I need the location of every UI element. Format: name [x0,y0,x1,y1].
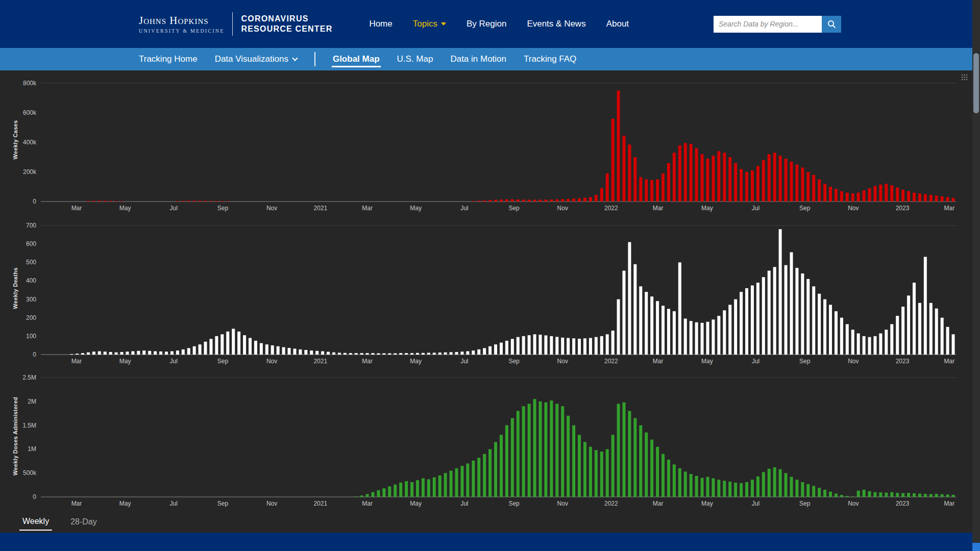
bar[interactable] [913,283,916,355]
bar[interactable] [204,342,207,355]
bar[interactable] [773,267,776,355]
bar[interactable] [226,201,229,202]
bar[interactable] [522,406,525,497]
bar[interactable] [863,490,866,497]
bar[interactable] [209,201,212,202]
bar[interactable] [220,334,224,355]
bar[interactable] [952,495,955,497]
bar[interactable] [338,353,341,355]
bar[interactable] [790,252,793,355]
bar[interactable] [583,338,586,355]
bar[interactable] [946,197,949,202]
bar[interactable] [818,488,821,497]
bar[interactable] [913,193,916,202]
bar[interactable] [405,353,408,355]
bar[interactable] [678,468,681,497]
bar[interactable] [617,404,620,497]
bar[interactable] [199,344,202,355]
bar[interactable] [220,201,224,202]
weekly-cases-plot[interactable]: 0200k400k600k800kMarMayJulSepNov2021MarM… [0,80,980,215]
bar[interactable] [728,305,731,355]
bar[interactable] [561,338,564,355]
bar[interactable] [505,341,508,355]
bar[interactable] [405,481,408,497]
bar[interactable] [321,351,324,355]
bar[interactable] [768,154,771,202]
bar[interactable] [589,338,592,355]
bar[interactable] [728,482,731,497]
bar[interactable] [92,352,95,355]
bar[interactable] [857,193,860,202]
bar[interactable] [706,159,709,202]
bar[interactable] [622,403,625,497]
bar[interactable] [740,169,743,202]
bar[interactable] [751,480,754,497]
bar[interactable] [723,153,726,202]
bar[interactable] [684,143,687,202]
bar[interactable] [829,305,832,355]
bar[interactable] [941,494,944,497]
bar[interactable] [477,349,480,355]
bar[interactable] [109,352,112,355]
bar[interactable] [355,496,358,497]
bar[interactable] [511,199,514,202]
nav-home[interactable]: Home [369,19,392,29]
bar[interactable] [673,464,676,497]
subnav-tracking-faq[interactable]: Tracking FAQ [524,48,576,70]
bar[interactable] [633,418,636,497]
bar[interactable] [684,471,687,497]
bar[interactable] [310,350,313,355]
bar[interactable] [633,157,636,202]
bar[interactable] [522,336,525,355]
bar[interactable] [104,352,107,355]
bar[interactable] [879,185,882,202]
bar[interactable] [483,454,486,497]
bar[interactable] [517,411,520,497]
bar[interactable] [500,435,503,497]
bar[interactable] [952,334,955,355]
bar[interactable] [924,494,927,497]
bar[interactable] [533,399,536,497]
bar[interactable] [187,348,190,355]
bar[interactable] [500,199,503,202]
bar[interactable] [896,493,899,497]
bar[interactable] [650,440,653,497]
bar[interactable] [444,473,447,497]
bar[interactable] [315,351,318,355]
bar[interactable] [410,353,413,355]
bar[interactable] [695,322,698,355]
bar[interactable] [690,474,693,497]
bar[interactable] [656,180,659,202]
bar[interactable] [494,200,497,202]
bar[interactable] [567,416,570,497]
bar[interactable] [372,353,375,355]
bar[interactable] [422,353,425,355]
bar[interactable] [533,200,536,202]
bar[interactable] [650,296,653,355]
bar[interactable] [801,482,804,497]
bar[interactable] [801,167,804,202]
bar[interactable] [907,191,910,202]
bar[interactable] [678,145,681,202]
bar[interactable] [611,119,615,202]
bar[interactable] [673,153,676,202]
bar[interactable] [717,316,720,355]
bar[interactable] [762,472,765,497]
bar[interactable] [863,190,866,202]
bar[interactable] [332,353,335,355]
bar[interactable] [600,336,603,355]
bar[interactable] [226,332,229,355]
weekly-cases-chart[interactable]: Weekly Cases 0200k400k600k800kMarMayJulS… [0,70,980,215]
page-scrollbar[interactable] [972,0,980,551]
bar[interactable] [422,479,425,497]
bar[interactable] [416,353,419,355]
bar[interactable] [706,322,709,355]
bar[interactable] [762,277,765,355]
bar[interactable] [779,156,782,202]
bar[interactable] [890,492,893,497]
tab-weekly[interactable]: Weekly [19,512,52,531]
bar[interactable] [466,463,469,497]
bar[interactable] [717,480,720,497]
bar[interactable] [148,351,151,355]
weekly-doses-plot[interactable]: 0500k1M1.5M2M2.5MMarMayJulSepNov2021MarM… [0,374,980,510]
